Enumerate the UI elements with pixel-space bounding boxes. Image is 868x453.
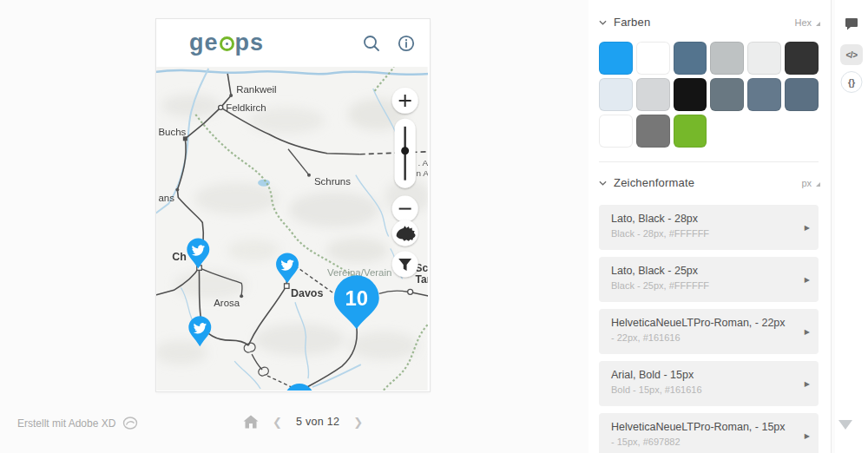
variables-button[interactable]: {} (841, 71, 863, 93)
text-style-subtitle: Black - 25px, #FFFFFF (611, 280, 796, 291)
expand-arrow-icon[interactable]: ▶ (805, 328, 810, 336)
credit-text: Erstellt mit Adobe XD (17, 417, 115, 430)
braces-icon: {} (848, 77, 855, 88)
color-swatch[interactable] (674, 42, 707, 75)
info-icon[interactable] (397, 34, 416, 53)
color-swatch[interactable] (674, 78, 707, 111)
text-style-subtitle: Bold - 15px, #161616 (611, 384, 796, 395)
color-swatch[interactable] (710, 78, 744, 111)
color-unit-dropdown[interactable]: Hex (794, 17, 820, 28)
label-arosa: Arosa (214, 298, 240, 308)
geops-logo: ge ps (189, 31, 264, 55)
chevron-down-icon (599, 20, 607, 25)
scroll-down-triangle-icon[interactable] (838, 420, 852, 430)
code-view-button[interactable]: </> (840, 44, 863, 65)
pagination: ❮ 5 von 12 ❯ (243, 415, 363, 429)
chevron-down-icon (599, 181, 607, 186)
color-swatch[interactable] (747, 78, 781, 111)
credit-bar: Erstellt mit Adobe XD (17, 417, 138, 430)
panel-divider (831, 0, 832, 453)
label-buchs: Buchs (158, 127, 186, 137)
text-style-title: Arial, Bold - 15px (611, 369, 796, 381)
text-style-card[interactable]: Lato, Black - 25px Black - 25px, #FFFFFF… (599, 257, 819, 302)
text-style-subtitle: - 15px, #697882 (611, 437, 796, 447)
label-schruns: Schruns (314, 176, 351, 187)
logo-o-ring-icon (220, 36, 234, 51)
text-style-subtitle: Black - 28px, #FFFFFF (611, 228, 796, 239)
text-style-card[interactable]: HelveticaNeueLTPro-Roman, - 22px - 22px,… (599, 309, 819, 354)
color-swatch[interactable] (785, 78, 819, 111)
next-page-button[interactable]: ❯ (353, 417, 363, 428)
color-swatch[interactable] (785, 42, 819, 75)
search-icon[interactable] (362, 34, 381, 53)
text-style-card[interactable]: Arial, Bold - 15px Bold - 15px, #161616 … (599, 361, 819, 406)
expand-arrow-icon[interactable]: ▶ (805, 276, 810, 284)
color-swatch[interactable] (747, 42, 781, 75)
prototype-viewer: ge ps (0, 0, 868, 453)
map-view[interactable]: Rankweil Feldkirch Buchs ans Schruns Ch … (156, 67, 428, 391)
zoom-in-button[interactable] (392, 88, 418, 114)
label-rankweil: Rankweil (236, 84, 276, 95)
styles-unit-label: px (801, 178, 812, 188)
colors-section-title: Farben (614, 16, 650, 29)
label-ans: ans (158, 193, 174, 203)
creative-cloud-icon (122, 417, 138, 430)
comment-bubble-icon (845, 17, 858, 30)
text-style-list: Lato, Black - 28px Black - 28px, #FFFFFF… (599, 205, 819, 453)
section-divider (599, 161, 819, 162)
code-icon: </> (846, 50, 858, 60)
dropdown-triangle-icon (816, 22, 820, 26)
logo-text-left: ge (189, 31, 219, 55)
side-toolbar: </> {} (835, 0, 868, 453)
expand-arrow-icon[interactable]: ▶ (805, 224, 810, 232)
animal-layer-button[interactable] (392, 220, 418, 246)
cluster-count: 10 (345, 286, 368, 310)
comments-button[interactable] (845, 17, 858, 30)
zoom-slider-handle[interactable] (401, 147, 409, 154)
text-style-subtitle: - 22px, #161616 (611, 332, 796, 343)
home-icon[interactable] (243, 415, 259, 429)
label-arlberg-1: . A (418, 158, 428, 167)
color-swatch[interactable] (599, 115, 633, 148)
expand-arrow-icon[interactable]: ▶ (805, 432, 810, 440)
label-chur: Ch (172, 251, 187, 263)
text-style-title: Lato, Black - 28px (611, 213, 796, 225)
styles-section-header[interactable]: Zeichenformate px (599, 176, 820, 189)
text-style-card[interactable]: Lato, Black - 28px Black - 28px, #FFFFFF… (599, 205, 819, 250)
app-header: ge ps (156, 19, 430, 67)
color-swatch[interactable] (636, 78, 670, 111)
color-unit-label: Hex (794, 17, 812, 28)
zoom-out-button[interactable] (392, 196, 418, 222)
color-swatch[interactable] (636, 42, 670, 75)
expand-arrow-icon[interactable]: ▶ (805, 380, 810, 388)
filter-button[interactable] (392, 251, 418, 277)
text-style-title: HelveticaNeueLTPro-Roman, - 15px (611, 421, 796, 433)
styles-unit-dropdown[interactable]: px (801, 178, 820, 188)
label-tarasp: Tar (416, 273, 428, 286)
text-style-title: Lato, Black - 25px (611, 265, 796, 277)
spec-panel: Farben Hex Zeichenformate px Lato, Black (589, 0, 831, 453)
dropdown-triangle-icon (816, 182, 820, 187)
label-feldkirch: Feldkirch (226, 102, 266, 113)
label-davos: Davos (291, 287, 323, 299)
color-swatches (599, 42, 819, 148)
map-canvas: Rankweil Feldkirch Buchs ans Schruns Ch … (156, 67, 428, 391)
color-swatch[interactable] (710, 42, 744, 75)
zoom-slider[interactable] (395, 119, 416, 188)
color-swatch[interactable] (599, 42, 633, 75)
label-arlberg-2: n A (417, 168, 428, 178)
text-style-title: HelveticaNeueLTPro-Roman, - 22px (611, 317, 796, 329)
colors-section-header[interactable]: Farben Hex (599, 16, 820, 29)
phone-artboard: ge ps (156, 19, 430, 391)
logo-text-right: ps (235, 31, 265, 55)
page-indicator: 5 von 12 (296, 416, 339, 428)
styles-section-title: Zeichenformate (614, 176, 694, 189)
text-style-card[interactable]: HelveticaNeueLTPro-Roman, - 15px - 15px,… (599, 413, 819, 453)
color-swatch[interactable] (599, 78, 633, 111)
color-swatch[interactable] (674, 115, 707, 148)
prev-page-button[interactable]: ❮ (273, 417, 282, 428)
color-swatch[interactable] (636, 115, 670, 148)
